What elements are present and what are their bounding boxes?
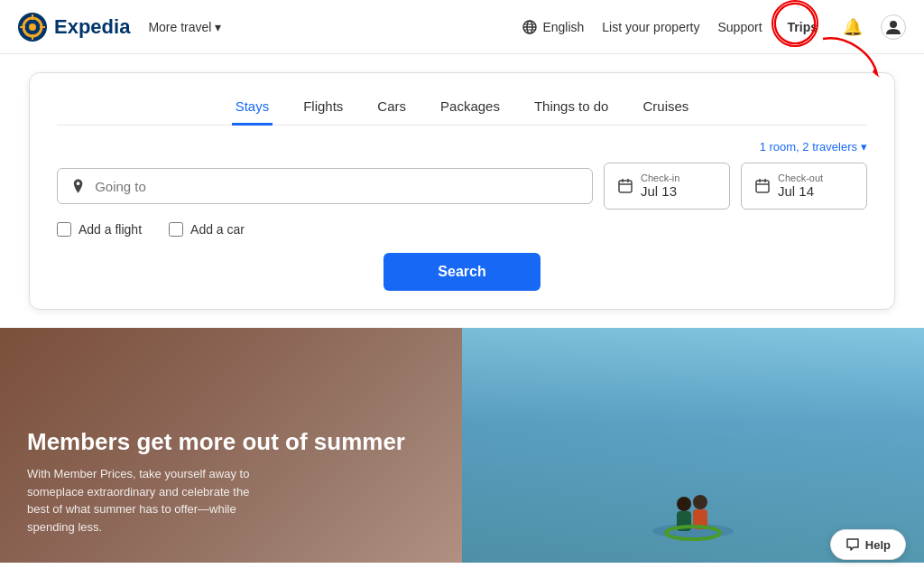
expedia-logo-icon xyxy=(18,13,47,42)
tab-things-to-do[interactable]: Things to do xyxy=(531,91,613,126)
destination-input-wrapper[interactable] xyxy=(57,168,593,204)
svg-point-24 xyxy=(677,497,691,511)
help-button[interactable]: Help xyxy=(830,529,906,560)
hero-title: Members get more out of summer xyxy=(27,427,435,457)
more-travel-button[interactable]: More travel ▾ xyxy=(148,20,221,34)
search-inputs: Check-in Jul 13 Check-out Jul 14 xyxy=(57,163,867,210)
checkout-date-info: Check-out Jul 14 xyxy=(778,172,823,200)
language-selector[interactable]: English xyxy=(522,20,584,34)
user-account-button[interactable] xyxy=(881,14,906,40)
destination-input[interactable] xyxy=(95,179,579,194)
logo-text: Expedia xyxy=(54,15,130,39)
location-pin-icon xyxy=(70,178,86,194)
search-button[interactable]: Search xyxy=(383,253,540,291)
search-extras: Add a flight Add a car xyxy=(57,222,867,237)
svg-point-14 xyxy=(890,21,897,28)
calendar-icon xyxy=(617,178,633,194)
svg-rect-15 xyxy=(619,181,632,192)
add-flight-input[interactable] xyxy=(57,222,71,237)
hero-image xyxy=(462,328,924,563)
tab-stays[interactable]: Stays xyxy=(232,91,273,126)
header-right: English List your property Support Trips… xyxy=(522,14,906,40)
travelers-row: 1 room, 2 travelers ▾ xyxy=(57,140,867,154)
language-label: English xyxy=(542,20,584,34)
header: Expedia More travel ▾ English List your … xyxy=(0,0,924,54)
list-property-link[interactable]: List your property xyxy=(602,20,699,34)
svg-rect-19 xyxy=(756,181,769,192)
notifications-bell[interactable]: 🔔 xyxy=(843,17,863,37)
trips-wrapper: Trips xyxy=(781,16,825,38)
search-container: Stays Flights Cars Packages Things to do… xyxy=(29,72,895,310)
header-left: Expedia More travel ▾ xyxy=(18,13,221,42)
search-button-row: Search xyxy=(57,253,867,291)
tab-cars[interactable]: Cars xyxy=(374,91,410,126)
support-link[interactable]: Support xyxy=(717,20,762,34)
svg-point-26 xyxy=(693,495,707,509)
trips-button[interactable]: Trips xyxy=(781,16,825,38)
user-icon xyxy=(885,19,901,35)
checkin-date-info: Check-in Jul 13 xyxy=(641,172,679,200)
svg-point-2 xyxy=(29,23,36,31)
hero-people-illustration xyxy=(648,459,738,549)
travelers-chevron: ▾ xyxy=(861,140,867,154)
hero-subtitle: With Member Prices, take yourself away t… xyxy=(27,465,262,536)
travelers-selector[interactable]: 1 room, 2 travelers ▾ xyxy=(760,140,867,154)
hero-section: Members get more out of summer With Memb… xyxy=(0,328,924,563)
more-travel-label: More travel xyxy=(148,20,211,34)
checkin-date-input[interactable]: Check-in Jul 13 xyxy=(604,163,730,210)
tab-flights[interactable]: Flights xyxy=(300,91,346,126)
calendar-icon xyxy=(754,178,771,194)
add-car-input[interactable] xyxy=(169,222,183,237)
add-car-checkbox[interactable]: Add a car xyxy=(169,222,245,237)
hero-content: Members get more out of summer With Memb… xyxy=(0,328,462,563)
globe-icon xyxy=(522,20,537,34)
tab-cruises[interactable]: Cruises xyxy=(639,91,692,126)
checkout-date-input[interactable]: Check-out Jul 14 xyxy=(741,163,867,210)
search-tabs: Stays Flights Cars Packages Things to do… xyxy=(57,91,867,126)
add-flight-checkbox[interactable]: Add a flight xyxy=(57,222,142,237)
logo[interactable]: Expedia xyxy=(18,13,130,42)
tab-packages[interactable]: Packages xyxy=(437,91,504,126)
more-travel-chevron: ▾ xyxy=(215,20,221,34)
chat-icon xyxy=(845,537,860,552)
